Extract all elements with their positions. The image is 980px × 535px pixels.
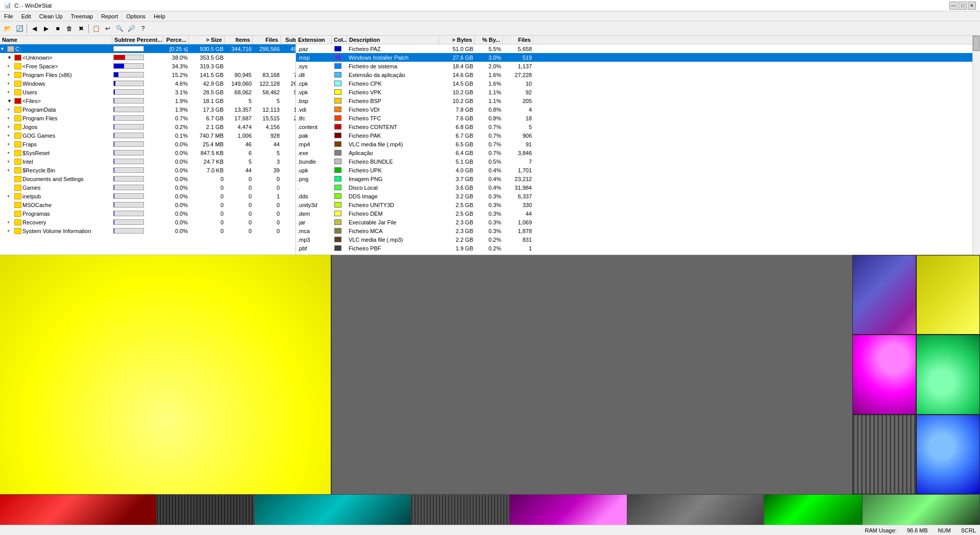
- ext-row[interactable]: .pakFicheiro PAK6.7 GB0.7%906: [296, 131, 972, 140]
- ext-col-files-header[interactable]: Files: [503, 36, 533, 44]
- film-segment-1[interactable]: [0, 495, 157, 525]
- expand-button[interactable]: +: [7, 159, 14, 164]
- ext-scrollbar[interactable]: [972, 36, 980, 254]
- ext-col-desc-header[interactable]: Description: [347, 36, 439, 44]
- tree-row[interactable]: +$SysReset0.0%847.5 KB6517/6/: [0, 148, 296, 157]
- expand-button[interactable]: +: [7, 107, 14, 112]
- ext-row[interactable]: .pngImagem PNG3.7 GB0.4%23,212: [296, 174, 972, 183]
- col-subtree-header[interactable]: Subtree Percent...: [112, 36, 163, 44]
- ext-row[interactable]: .unity3dFicheiro UNITY3D2.5 GB0.3%330: [296, 200, 972, 209]
- menu-item-clean up[interactable]: Clean Up: [35, 12, 67, 20]
- col-perce-header[interactable]: Perce...: [163, 36, 189, 44]
- expand-button[interactable]: +: [7, 116, 14, 121]
- expand-button[interactable]: +: [7, 194, 14, 199]
- film-segment-6[interactable]: [627, 495, 765, 525]
- expand-button[interactable]: +: [7, 124, 14, 130]
- ext-row[interactable]: .Disco Local3.6 GB0.4%31,984: [296, 183, 972, 192]
- minimize-button[interactable]: —: [949, 2, 958, 10]
- toolbar-zoomout-button[interactable]: 🔎: [126, 23, 137, 34]
- film-segment-5[interactable]: [509, 495, 627, 525]
- expand-button[interactable]: +: [7, 72, 14, 78]
- maximize-button[interactable]: □: [959, 2, 967, 10]
- toolbar-stop-button[interactable]: ■: [52, 23, 63, 34]
- ext-row[interactable]: .dllExtensão da aplicação14.6 GB1.6%27,2…: [296, 70, 972, 79]
- toolbar-copy-button[interactable]: 📋: [90, 23, 102, 34]
- tree-row[interactable]: Games0.0%0000: [0, 183, 296, 192]
- ext-row[interactable]: .mcaFicheiro MCA2.3 GB0.3%1,878: [296, 226, 972, 235]
- col-size-header[interactable]: > Size: [189, 36, 225, 44]
- tree-row[interactable]: +Intel0.0%24.7 KB5328/10: [0, 157, 296, 166]
- treemap-center[interactable]: [332, 255, 852, 494]
- toolbar-zoomin-button[interactable]: 🔍: [114, 23, 125, 34]
- film-segment-2[interactable]: [157, 495, 255, 525]
- tree-row[interactable]: ▼<Files>1.9%18.1 GB5509/1/: [0, 96, 296, 105]
- menu-item-file[interactable]: File: [0, 12, 17, 20]
- menu-item-treemap[interactable]: Treemap: [67, 12, 97, 20]
- toolbar-open-button[interactable]: 📂: [2, 23, 13, 34]
- tree-row[interactable]: +Windows4.6%42.9 GB149,060122,12826,9329…: [0, 79, 296, 88]
- ext-col-pct-header[interactable]: % By...: [475, 36, 503, 44]
- treemap-block-2[interactable]: [916, 255, 980, 335]
- tree-row[interactable]: +System Volume Information0.0%00009/1/ v: [0, 226, 296, 235]
- ext-row[interactable]: .vdiFicheiro VDI7.8 GB0.8%4: [296, 105, 972, 114]
- tree-row[interactable]: +Program Files0.7%6.7 GB17,68715,5152,17…: [0, 114, 296, 122]
- tree-row[interactable]: +Jogos0.2%2.1 GB4,4744,1563188/10: [0, 122, 296, 131]
- ext-col-bytes-header[interactable]: > Bytes: [439, 36, 475, 44]
- ext-row[interactable]: .mp4VLC media file (.mp4)6.5 GB0.7%91: [296, 140, 972, 148]
- col-subdirs-header[interactable]: Subdirs: [281, 36, 296, 44]
- ext-row[interactable]: .sysFicheiro de sistema18.4 GB2.0%1,137: [296, 62, 972, 70]
- ext-row[interactable]: .ddsDDS Image3.2 GB0.3%6,337: [296, 192, 972, 200]
- expand-button[interactable]: +: [7, 150, 14, 156]
- expand-button[interactable]: +: [7, 168, 14, 173]
- menu-item-edit[interactable]: Edit: [17, 12, 35, 20]
- tree-row[interactable]: +<Free Space>34.3%319.3 GB: [0, 62, 296, 70]
- tree-row[interactable]: MSOCache0.0%00004/26: [0, 200, 296, 209]
- tree-row[interactable]: Programas0.0%00004/12: [0, 209, 296, 218]
- film-segment-4[interactable]: [411, 495, 509, 525]
- tree-row[interactable]: +ProgramData1.9%17.3 GB13,35712,1131,244…: [0, 105, 296, 114]
- expand-button[interactable]: +: [7, 228, 14, 234]
- treemap-block-5[interactable]: [852, 415, 916, 494]
- ext-row[interactable]: .cpkFicheiro CPK14.5 GB1.6%10: [296, 79, 972, 88]
- toolbar-help-button[interactable]: ?: [137, 23, 149, 34]
- tree-row[interactable]: ▼<Unknown>38.0%353.5 GB: [0, 53, 296, 62]
- col-name-header[interactable]: Name: [0, 36, 112, 44]
- treemap-block-1[interactable]: [852, 255, 916, 335]
- ext-row[interactable]: .demFicheiro DEM2.5 GB0.3%44: [296, 209, 972, 218]
- tree-row[interactable]: +Users3.1%28.5 GB68,06258,4629,6009/1/: [0, 88, 296, 96]
- expand-button[interactable]: +: [7, 90, 14, 95]
- film-segment-8[interactable]: [863, 495, 980, 525]
- film-segment-7[interactable]: [764, 495, 862, 525]
- expand-button[interactable]: +: [7, 142, 14, 147]
- ext-row[interactable]: .mp3VLC media file (.mp3)2.2 GB0.2%831: [296, 235, 972, 244]
- expand-button[interactable]: +: [7, 220, 14, 225]
- ext-row[interactable]: .tfcFicheiro TFC7.6 GB0.8%18: [296, 114, 972, 122]
- ext-row[interactable]: .exeAplicação6.4 GB0.7%3,846: [296, 148, 972, 157]
- toolbar-refresh-button[interactable]: 🔄: [14, 23, 25, 34]
- ext-row[interactable]: .pazFicheiro PAZ51.0 GB5.5%5,658: [296, 44, 972, 53]
- treemap-block-4[interactable]: [916, 335, 980, 414]
- ext-col-ext-header[interactable]: Extension: [296, 36, 332, 44]
- scrollbar-thumb[interactable]: [973, 36, 979, 51]
- ext-row[interactable]: .bundleFicheiro BUNDLE5.1 GB0.5%7: [296, 157, 972, 166]
- close-button[interactable]: ✕: [968, 2, 976, 10]
- tree-row[interactable]: +$Recycle.Bin0.0%7.0 KB443959/1/: [0, 166, 296, 174]
- menu-item-options[interactable]: Options: [122, 12, 150, 20]
- expand-button[interactable]: ▼: [0, 46, 7, 52]
- ext-row[interactable]: .mspWindows Installer Patch27.6 GB3.0%51…: [296, 53, 972, 62]
- expand-button[interactable]: ▼: [7, 55, 14, 60]
- ext-row[interactable]: .pbfFicheiro PBF1.9 GB0.2%1: [296, 244, 972, 252]
- film-segment-3[interactable]: [255, 495, 411, 525]
- tree-row[interactable]: ▼C:[0:25 s]930.5 GB344,716296,56648,1509…: [0, 44, 296, 53]
- ext-row[interactable]: .bspFicheiro BSP10.2 GB1.1%205: [296, 96, 972, 105]
- ext-row[interactable]: .jarExecutable Jar File2.3 GB0.3%1,069: [296, 218, 972, 226]
- tree-row[interactable]: Documents and Settings0.0%00007/10: [0, 174, 296, 183]
- tree-row[interactable]: +Recovery0.0%00007/9/: [0, 218, 296, 226]
- toolbar-undo-button[interactable]: ↩: [102, 23, 113, 34]
- col-files-header[interactable]: Files: [253, 36, 281, 44]
- expand-button[interactable]: ▼: [7, 98, 14, 104]
- ext-row[interactable]: .contentFicheiro CONTENT6.8 GB0.7%5: [296, 122, 972, 131]
- tree-row[interactable]: +GOG Games0.1%740.7 MB1,006928788/10: [0, 131, 296, 140]
- tree-row[interactable]: +Program Files (x86)15.2%141.5 GB90,9458…: [0, 70, 296, 79]
- menu-item-report[interactable]: Report: [97, 12, 122, 20]
